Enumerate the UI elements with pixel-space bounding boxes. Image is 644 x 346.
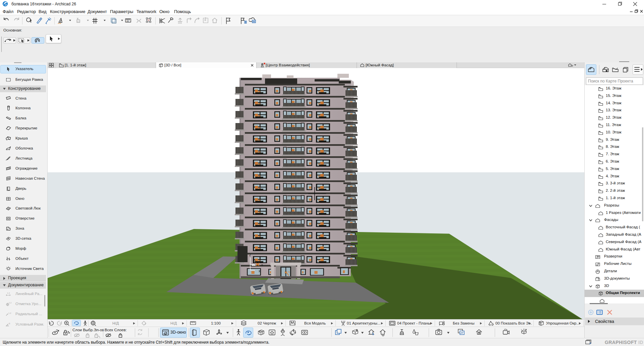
- svg-text:XY: XY: [77, 20, 80, 22]
- svg-text:y: y: [254, 259, 256, 263]
- svg-text:x: x: [261, 263, 263, 267]
- svg-text:1.2: 1.2: [9, 302, 11, 304]
- svg-text:1.2: 1.2: [8, 312, 11, 314]
- svg-text:α: α: [9, 322, 10, 325]
- svg-text:x: x: [259, 269, 260, 273]
- svg-text:12: 12: [126, 20, 129, 22]
- svg-text:1.2: 1.2: [7, 292, 10, 294]
- svg-text:z: z: [249, 253, 251, 257]
